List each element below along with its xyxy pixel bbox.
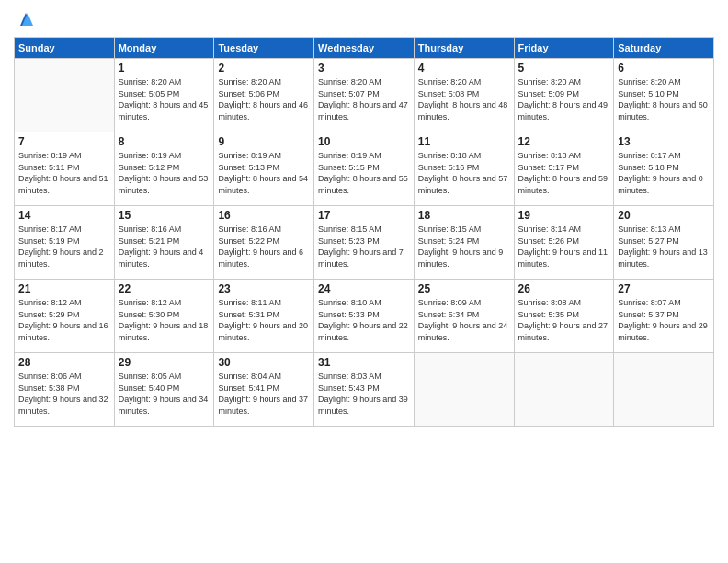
day-number: 6 bbox=[618, 62, 710, 75]
weekday-header-thursday: Thursday bbox=[414, 38, 514, 59]
day-number: 2 bbox=[218, 62, 310, 75]
day-info: Sunrise: 8:19 AMSunset: 5:11 PMDaylight:… bbox=[18, 150, 110, 196]
day-number: 18 bbox=[418, 209, 510, 222]
day-number: 10 bbox=[318, 135, 410, 148]
day-info: Sunrise: 8:20 AMSunset: 5:07 PMDaylight:… bbox=[318, 76, 410, 122]
calendar-cell: 25Sunrise: 8:09 AMSunset: 5:34 PMDayligh… bbox=[414, 280, 514, 353]
calendar-cell: 8Sunrise: 8:19 AMSunset: 5:12 PMDaylight… bbox=[114, 132, 214, 206]
calendar-cell: 31Sunrise: 8:03 AMSunset: 5:43 PMDayligh… bbox=[314, 353, 415, 427]
day-info: Sunrise: 8:14 AMSunset: 5:26 PMDaylight:… bbox=[518, 224, 610, 270]
day-info: Sunrise: 8:11 AMSunset: 5:31 PMDaylight:… bbox=[218, 297, 310, 343]
calendar-week-row: 14Sunrise: 8:17 AMSunset: 5:19 PMDayligh… bbox=[15, 206, 714, 280]
calendar-cell: 6Sunrise: 8:20 AMSunset: 5:10 PMDaylight… bbox=[614, 59, 714, 132]
day-info: Sunrise: 8:19 AMSunset: 5:12 PMDaylight:… bbox=[119, 150, 210, 196]
day-number: 3 bbox=[318, 62, 410, 75]
calendar-cell: 12Sunrise: 8:18 AMSunset: 5:17 PMDayligh… bbox=[514, 132, 614, 206]
calendar-table: SundayMondayTuesdayWednesdayThursdayFrid… bbox=[14, 37, 714, 427]
day-info: Sunrise: 8:04 AMSunset: 5:41 PMDaylight:… bbox=[218, 371, 310, 417]
day-number: 20 bbox=[618, 209, 710, 222]
calendar-cell: 27Sunrise: 8:07 AMSunset: 5:37 PMDayligh… bbox=[614, 280, 714, 353]
day-info: Sunrise: 8:12 AMSunset: 5:29 PMDaylight:… bbox=[18, 297, 110, 343]
day-number: 21 bbox=[18, 282, 110, 295]
calendar-cell: 21Sunrise: 8:12 AMSunset: 5:29 PMDayligh… bbox=[15, 280, 115, 353]
day-number: 25 bbox=[418, 282, 510, 295]
day-info: Sunrise: 8:16 AMSunset: 5:22 PMDaylight:… bbox=[218, 224, 310, 270]
day-number: 5 bbox=[518, 62, 610, 75]
day-info: Sunrise: 8:05 AMSunset: 5:40 PMDaylight:… bbox=[119, 371, 210, 417]
weekday-header-saturday: Saturday bbox=[614, 38, 714, 59]
day-info: Sunrise: 8:16 AMSunset: 5:21 PMDaylight:… bbox=[119, 224, 210, 270]
calendar-header: SundayMondayTuesdayWednesdayThursdayFrid… bbox=[15, 38, 714, 59]
weekday-header-monday: Monday bbox=[114, 38, 214, 59]
day-number: 15 bbox=[119, 209, 210, 222]
calendar-cell: 5Sunrise: 8:20 AMSunset: 5:09 PMDaylight… bbox=[514, 59, 614, 132]
calendar-cell: 9Sunrise: 8:19 AMSunset: 5:13 PMDaylight… bbox=[214, 132, 314, 206]
day-info: Sunrise: 8:06 AMSunset: 5:38 PMDaylight:… bbox=[18, 371, 110, 417]
day-info: Sunrise: 8:17 AMSunset: 5:18 PMDaylight:… bbox=[618, 150, 710, 196]
day-number: 23 bbox=[218, 282, 310, 295]
day-number: 28 bbox=[18, 356, 110, 369]
calendar-cell: 2Sunrise: 8:20 AMSunset: 5:06 PMDaylight… bbox=[214, 59, 314, 132]
day-info: Sunrise: 8:19 AMSunset: 5:15 PMDaylight:… bbox=[318, 150, 410, 196]
day-info: Sunrise: 8:08 AMSunset: 5:35 PMDaylight:… bbox=[518, 297, 610, 343]
calendar-cell: 1Sunrise: 8:20 AMSunset: 5:05 PMDaylight… bbox=[114, 59, 214, 132]
weekday-header-friday: Friday bbox=[514, 38, 614, 59]
calendar-cell: 19Sunrise: 8:14 AMSunset: 5:26 PMDayligh… bbox=[514, 206, 614, 280]
calendar-cell: 7Sunrise: 8:19 AMSunset: 5:11 PMDaylight… bbox=[15, 132, 115, 206]
day-number: 1 bbox=[119, 62, 210, 75]
day-info: Sunrise: 8:03 AMSunset: 5:43 PMDaylight:… bbox=[318, 371, 410, 417]
day-number: 9 bbox=[218, 135, 310, 148]
calendar-cell: 13Sunrise: 8:17 AMSunset: 5:18 PMDayligh… bbox=[614, 132, 714, 206]
calendar-cell: 29Sunrise: 8:05 AMSunset: 5:40 PMDayligh… bbox=[114, 353, 214, 427]
calendar-cell: 20Sunrise: 8:13 AMSunset: 5:27 PMDayligh… bbox=[614, 206, 714, 280]
calendar-cell: 11Sunrise: 8:18 AMSunset: 5:16 PMDayligh… bbox=[414, 132, 514, 206]
logo-icon bbox=[16, 9, 36, 29]
day-info: Sunrise: 8:15 AMSunset: 5:24 PMDaylight:… bbox=[418, 224, 510, 270]
day-number: 27 bbox=[618, 282, 710, 295]
page-container: SundayMondayTuesdayWednesdayThursdayFrid… bbox=[0, 0, 728, 436]
day-number: 16 bbox=[218, 209, 310, 222]
day-number: 8 bbox=[119, 135, 210, 148]
day-number: 26 bbox=[518, 282, 610, 295]
calendar-week-row: 7Sunrise: 8:19 AMSunset: 5:11 PMDaylight… bbox=[15, 132, 714, 206]
day-info: Sunrise: 8:15 AMSunset: 5:23 PMDaylight:… bbox=[318, 224, 410, 270]
weekday-header-wednesday: Wednesday bbox=[314, 38, 415, 59]
day-info: Sunrise: 8:09 AMSunset: 5:34 PMDaylight:… bbox=[418, 297, 510, 343]
day-info: Sunrise: 8:20 AMSunset: 5:09 PMDaylight:… bbox=[518, 76, 610, 122]
day-info: Sunrise: 8:20 AMSunset: 5:05 PMDaylight:… bbox=[119, 76, 210, 122]
calendar-week-row: 21Sunrise: 8:12 AMSunset: 5:29 PMDayligh… bbox=[15, 280, 714, 353]
calendar-cell: 15Sunrise: 8:16 AMSunset: 5:21 PMDayligh… bbox=[114, 206, 214, 280]
calendar-body: 1Sunrise: 8:20 AMSunset: 5:05 PMDaylight… bbox=[15, 59, 714, 427]
day-info: Sunrise: 8:07 AMSunset: 5:37 PMDaylight:… bbox=[618, 297, 710, 343]
day-number: 24 bbox=[318, 282, 410, 295]
day-info: Sunrise: 8:19 AMSunset: 5:13 PMDaylight:… bbox=[218, 150, 310, 196]
day-number: 30 bbox=[218, 356, 310, 369]
day-info: Sunrise: 8:20 AMSunset: 5:10 PMDaylight:… bbox=[618, 76, 710, 122]
day-number: 13 bbox=[618, 135, 710, 148]
weekday-header-tuesday: Tuesday bbox=[214, 38, 314, 59]
header bbox=[14, 9, 714, 29]
day-number: 12 bbox=[518, 135, 610, 148]
day-number: 4 bbox=[418, 62, 510, 75]
calendar-cell bbox=[514, 353, 614, 427]
calendar-cell: 30Sunrise: 8:04 AMSunset: 5:41 PMDayligh… bbox=[214, 353, 314, 427]
calendar-cell: 24Sunrise: 8:10 AMSunset: 5:33 PMDayligh… bbox=[314, 280, 415, 353]
calendar-cell: 3Sunrise: 8:20 AMSunset: 5:07 PMDaylight… bbox=[314, 59, 415, 132]
calendar-week-row: 1Sunrise: 8:20 AMSunset: 5:05 PMDaylight… bbox=[15, 59, 714, 132]
day-number: 29 bbox=[119, 356, 210, 369]
day-info: Sunrise: 8:20 AMSunset: 5:06 PMDaylight:… bbox=[218, 76, 310, 122]
day-number: 31 bbox=[318, 356, 410, 369]
day-number: 7 bbox=[18, 135, 110, 148]
calendar-cell: 28Sunrise: 8:06 AMSunset: 5:38 PMDayligh… bbox=[15, 353, 115, 427]
day-info: Sunrise: 8:18 AMSunset: 5:17 PMDaylight:… bbox=[518, 150, 610, 196]
day-info: Sunrise: 8:10 AMSunset: 5:33 PMDaylight:… bbox=[318, 297, 410, 343]
calendar-cell bbox=[614, 353, 714, 427]
day-info: Sunrise: 8:17 AMSunset: 5:19 PMDaylight:… bbox=[18, 224, 110, 270]
calendar-cell: 23Sunrise: 8:11 AMSunset: 5:31 PMDayligh… bbox=[214, 280, 314, 353]
weekday-header-sunday: Sunday bbox=[15, 38, 115, 59]
calendar-cell bbox=[414, 353, 514, 427]
day-info: Sunrise: 8:18 AMSunset: 5:16 PMDaylight:… bbox=[418, 150, 510, 196]
day-number: 22 bbox=[119, 282, 210, 295]
day-number: 17 bbox=[318, 209, 410, 222]
day-info: Sunrise: 8:12 AMSunset: 5:30 PMDaylight:… bbox=[119, 297, 210, 343]
